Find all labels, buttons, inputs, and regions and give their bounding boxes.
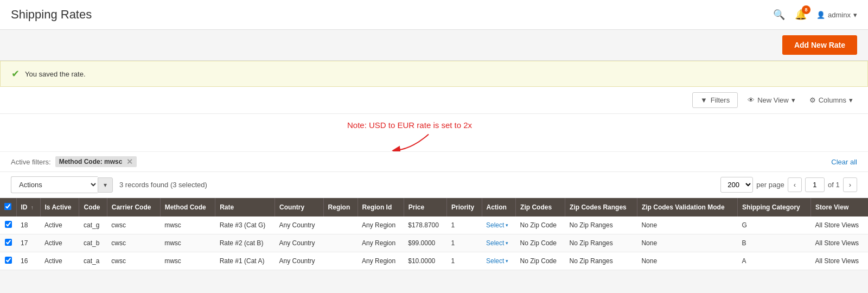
cell-carrier-code: cwsc — [107, 234, 160, 252]
next-page-button[interactable]: › — [843, 177, 857, 192]
actions-dropdown-wrap: Actions ▾ — [11, 176, 113, 193]
cell-code: cat_a — [79, 252, 107, 270]
cell-carrier-code: cwsc — [107, 252, 160, 270]
th-shipping-category: Shipping Category — [738, 198, 811, 216]
cell-zip-codes: No Zip Code — [516, 252, 565, 270]
cell-region — [323, 234, 358, 252]
cell-zip-val-mode: None — [637, 216, 737, 234]
cell-country: Any Country — [275, 216, 324, 234]
cell-shipping-category: G — [738, 216, 811, 234]
success-icon: ✔ — [11, 68, 20, 80]
th-priority: Priority — [447, 198, 482, 216]
note-annotation: Note: USD to EUR rate is set to 2x — [0, 114, 868, 152]
per-page-select[interactable]: 200 — [720, 177, 753, 193]
cell-store-view: All Store Views — [811, 216, 868, 234]
cell-zip-val-mode: None — [637, 234, 737, 252]
cell-zip-codes: No Zip Code — [516, 216, 565, 234]
page-number-input[interactable] — [805, 177, 825, 192]
row-checkbox[interactable] — [5, 257, 12, 264]
cell-method-code: mwsc — [160, 252, 215, 270]
notification-icon[interactable]: 🔔 8 — [795, 9, 807, 21]
cell-zip-codes-ranges: No Zip Ranges — [565, 234, 637, 252]
action-select-button[interactable]: Select ▾ — [486, 221, 508, 229]
th-store-view: Store View — [811, 198, 868, 216]
of-pages-label: of 1 — [828, 181, 840, 189]
select-all-checkbox[interactable] — [4, 203, 11, 210]
clear-all-button[interactable]: Clear all — [831, 158, 857, 166]
gear-icon: ⚙ — [809, 96, 816, 104]
cell-region — [323, 216, 358, 234]
th-rate: Rate — [215, 198, 275, 216]
action-select-button[interactable]: Select ▾ — [486, 239, 508, 247]
cell-method-code: mwsc — [160, 216, 215, 234]
th-checkbox — [0, 198, 16, 216]
cell-shipping-category: A — [738, 252, 811, 270]
success-message-bar: ✔ You saved the rate. — [0, 61, 868, 87]
prev-page-button[interactable]: ‹ — [788, 177, 802, 192]
cell-priority: 1 — [447, 216, 482, 234]
user-avatar-icon: 👤 — [816, 11, 825, 19]
remove-filter-button[interactable]: ✕ — [126, 157, 133, 166]
records-bar: Actions ▾ 3 records found (3 selected) 2… — [0, 172, 868, 198]
row-checkbox-cell — [0, 216, 16, 234]
data-table-container: ID ↑ Is Active Code Carrier Code Method … — [0, 198, 868, 270]
cell-zip-val-mode: None — [637, 252, 737, 270]
cell-is-active: Active — [40, 234, 79, 252]
records-left: Actions ▾ 3 records found (3 selected) — [11, 176, 207, 193]
table-row: 16 Active cat_a cwsc mwsc Rate #1 (Cat A… — [0, 252, 868, 270]
new-view-arrow: ▾ — [792, 96, 795, 104]
search-icon[interactable]: 🔍 — [773, 9, 785, 21]
cell-code: cat_g — [79, 216, 107, 234]
th-carrier-code: Carrier Code — [107, 198, 160, 216]
columns-button[interactable]: ⚙ Columns ▾ — [805, 93, 857, 107]
user-name: adminx — [828, 11, 851, 19]
page-header: Shipping Rates 🔍 🔔 8 👤 adminx ▾ — [0, 0, 868, 30]
select-arrow-icon: ▾ — [506, 222, 508, 228]
cell-region-id: Any Region — [358, 216, 404, 234]
th-country: Country — [275, 198, 324, 216]
cell-action: Select ▾ — [482, 216, 516, 234]
method-code-filter-tag: Method Code: mwsc ✕ — [55, 156, 137, 167]
th-price: Price — [404, 198, 446, 216]
table-body: 18 Active cat_g cwsc mwsc Rate #3 (Cat G… — [0, 216, 868, 270]
active-filters-bar: Active filters: Method Code: mwsc ✕ Clea… — [0, 152, 868, 172]
th-zip-codes-ranges: Zip Codes Ranges — [565, 198, 637, 216]
new-view-button[interactable]: 👁 New View ▾ — [743, 93, 800, 107]
cell-price: $10.0000 — [404, 252, 446, 270]
select-arrow-icon: ▾ — [506, 258, 508, 264]
th-zip-codes: Zip Codes — [516, 198, 565, 216]
actions-dropdown-button[interactable]: ▾ — [98, 177, 113, 193]
cell-action: Select ▾ — [482, 234, 516, 252]
cell-id: 16 — [16, 252, 40, 270]
cell-rate: Rate #1 (Cat A) — [215, 252, 275, 270]
cell-region — [323, 252, 358, 270]
cell-is-active: Active — [40, 216, 79, 234]
user-menu[interactable]: 👤 adminx ▾ — [816, 11, 857, 19]
cell-id: 17 — [16, 234, 40, 252]
filter-icon: ▼ — [700, 96, 707, 104]
cell-store-view: All Store Views — [811, 252, 868, 270]
table-row: 17 Active cat_b cwsc mwsc Rate #2 (cat B… — [0, 234, 868, 252]
cell-price: $178.8700 — [404, 216, 446, 234]
cell-rate: Rate #3 (Cat G) — [215, 216, 275, 234]
note-text: Note: USD to EUR rate is set to 2x — [347, 120, 472, 130]
content-area: ▼ Filters 👁 New View ▾ ⚙ Columns ▾ Note:… — [0, 87, 868, 270]
cell-zip-codes-ranges: No Zip Ranges — [565, 216, 637, 234]
th-region: Region — [323, 198, 358, 216]
action-select-button[interactable]: Select ▾ — [486, 257, 508, 265]
filters-label: Filters — [711, 96, 730, 104]
th-action: Action — [482, 198, 516, 216]
success-text: You saved the rate. — [25, 70, 86, 78]
cell-method-code: mwsc — [160, 234, 215, 252]
th-method-code: Method Code — [160, 198, 215, 216]
cell-zip-codes: No Zip Code — [516, 234, 565, 252]
filters-button[interactable]: ▼ Filters — [692, 92, 738, 108]
actions-select[interactable]: Actions — [11, 176, 98, 193]
add-new-rate-button[interactable]: Add New Rate — [782, 35, 857, 55]
cell-price: $99.0000 — [404, 234, 446, 252]
eye-icon: 👁 — [748, 96, 755, 104]
header-actions: 🔍 🔔 8 👤 adminx ▾ — [773, 9, 857, 21]
row-checkbox[interactable] — [5, 221, 12, 228]
row-checkbox[interactable] — [5, 239, 12, 246]
th-region-id: Region Id — [358, 198, 404, 216]
